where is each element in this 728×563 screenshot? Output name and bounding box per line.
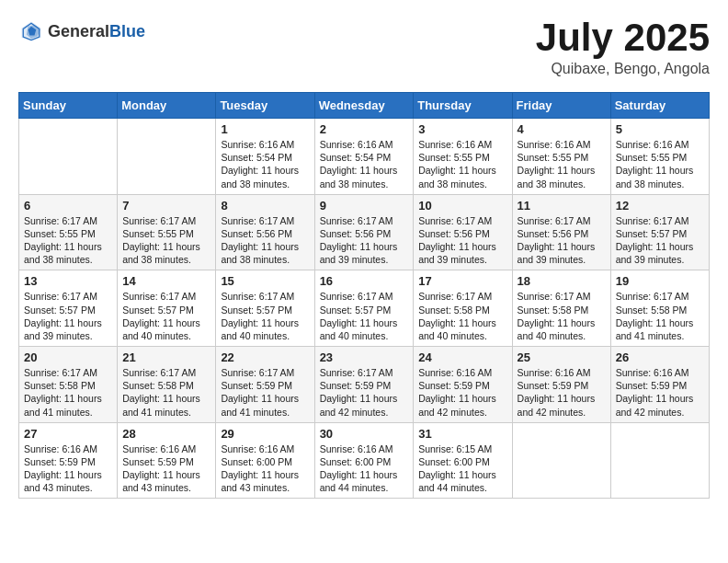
calendar-cell <box>19 119 118 195</box>
calendar-cell: 14Sunrise: 6:17 AM Sunset: 5:57 PM Dayli… <box>118 270 216 347</box>
calendar-table: SundayMondayTuesdayWednesdayThursdayFrid… <box>18 92 710 499</box>
day-number: 14 <box>122 274 210 288</box>
calendar-cell: 10Sunrise: 6:17 AM Sunset: 5:56 PM Dayli… <box>414 194 512 270</box>
cell-content: Sunrise: 6:17 AM Sunset: 5:57 PM Dayligh… <box>221 290 309 342</box>
cell-content: Sunrise: 6:16 AM Sunset: 5:55 PM Dayligh… <box>616 138 704 190</box>
calendar-week-row: 1Sunrise: 6:16 AM Sunset: 5:54 PM Daylig… <box>19 119 710 195</box>
day-number: 22 <box>221 350 309 364</box>
cell-content: Sunrise: 6:15 AM Sunset: 6:00 PM Dayligh… <box>418 442 506 495</box>
cell-content: Sunrise: 6:17 AM Sunset: 5:56 PM Dayligh… <box>221 214 309 267</box>
calendar-cell: 21Sunrise: 6:17 AM Sunset: 5:58 PM Dayli… <box>118 347 216 423</box>
weekday-header-sunday: Sunday <box>19 93 118 119</box>
calendar-cell: 1Sunrise: 6:16 AM Sunset: 5:54 PM Daylig… <box>216 119 314 195</box>
day-number: 11 <box>518 199 606 213</box>
day-number: 3 <box>418 122 506 136</box>
calendar-week-row: 20Sunrise: 6:17 AM Sunset: 5:58 PM Dayli… <box>19 347 710 423</box>
cell-content: Sunrise: 6:16 AM Sunset: 5:59 PM Dayligh… <box>24 442 112 495</box>
cell-content: Sunrise: 6:17 AM Sunset: 5:56 PM Dayligh… <box>518 214 606 267</box>
month-title: July 2025 <box>536 18 710 57</box>
calendar-cell: 30Sunrise: 6:16 AM Sunset: 6:00 PM Dayli… <box>314 422 414 499</box>
day-number: 31 <box>418 427 506 441</box>
calendar-cell: 31Sunrise: 6:15 AM Sunset: 6:00 PM Dayli… <box>414 422 512 499</box>
day-number: 29 <box>221 427 309 441</box>
day-number: 18 <box>518 274 606 288</box>
cell-content: Sunrise: 6:17 AM Sunset: 5:57 PM Dayligh… <box>122 290 210 342</box>
calendar-week-row: 13Sunrise: 6:17 AM Sunset: 5:57 PM Dayli… <box>19 270 710 347</box>
weekday-header-monday: Monday <box>118 93 216 119</box>
day-number: 16 <box>320 274 409 288</box>
day-number: 17 <box>418 274 506 288</box>
calendar-cell: 25Sunrise: 6:16 AM Sunset: 5:59 PM Dayli… <box>512 347 610 423</box>
cell-content: Sunrise: 6:17 AM Sunset: 5:59 PM Dayligh… <box>320 366 409 419</box>
calendar-week-row: 6Sunrise: 6:17 AM Sunset: 5:55 PM Daylig… <box>19 194 710 270</box>
calendar-cell: 7Sunrise: 6:17 AM Sunset: 5:55 PM Daylig… <box>118 194 216 270</box>
cell-content: Sunrise: 6:16 AM Sunset: 6:00 PM Dayligh… <box>320 442 409 495</box>
calendar-cell: 28Sunrise: 6:16 AM Sunset: 5:59 PM Dayli… <box>118 422 216 499</box>
calendar-cell <box>118 119 216 195</box>
cell-content: Sunrise: 6:16 AM Sunset: 5:55 PM Dayligh… <box>518 138 606 190</box>
day-number: 10 <box>418 199 506 213</box>
logo-general: General <box>48 22 109 40</box>
cell-content: Sunrise: 6:17 AM Sunset: 5:58 PM Dayligh… <box>616 290 704 342</box>
day-number: 9 <box>320 199 409 213</box>
calendar-cell: 8Sunrise: 6:17 AM Sunset: 5:56 PM Daylig… <box>216 194 314 270</box>
cell-content: Sunrise: 6:17 AM Sunset: 5:59 PM Dayligh… <box>221 366 309 419</box>
day-number: 7 <box>122 199 210 213</box>
calendar-cell: 9Sunrise: 6:17 AM Sunset: 5:56 PM Daylig… <box>314 194 414 270</box>
calendar-cell: 29Sunrise: 6:16 AM Sunset: 6:00 PM Dayli… <box>216 422 314 499</box>
weekday-header-saturday: Saturday <box>610 93 709 119</box>
location-title: Quibaxe, Bengo, Angola <box>536 61 710 77</box>
cell-content: Sunrise: 6:16 AM Sunset: 5:59 PM Dayligh… <box>616 366 704 419</box>
calendar-cell: 16Sunrise: 6:17 AM Sunset: 5:57 PM Dayli… <box>314 270 414 347</box>
day-number: 1 <box>221 122 309 136</box>
day-number: 30 <box>320 427 409 441</box>
calendar-cell: 13Sunrise: 6:17 AM Sunset: 5:57 PM Dayli… <box>19 270 118 347</box>
calendar-cell: 20Sunrise: 6:17 AM Sunset: 5:58 PM Dayli… <box>19 347 118 423</box>
day-number: 13 <box>24 274 112 288</box>
day-number: 26 <box>616 350 704 364</box>
weekday-header-wednesday: Wednesday <box>314 93 414 119</box>
cell-content: Sunrise: 6:17 AM Sunset: 5:58 PM Dayligh… <box>518 290 606 342</box>
calendar-cell: 5Sunrise: 6:16 AM Sunset: 5:55 PM Daylig… <box>610 119 709 195</box>
calendar-cell <box>610 422 709 499</box>
cell-content: Sunrise: 6:17 AM Sunset: 5:58 PM Dayligh… <box>418 290 506 342</box>
calendar-cell: 11Sunrise: 6:17 AM Sunset: 5:56 PM Dayli… <box>512 194 610 270</box>
day-number: 27 <box>24 427 112 441</box>
calendar-cell: 17Sunrise: 6:17 AM Sunset: 5:58 PM Dayli… <box>414 270 512 347</box>
weekday-header-row: SundayMondayTuesdayWednesdayThursdayFrid… <box>19 93 710 119</box>
weekday-header-thursday: Thursday <box>414 93 512 119</box>
cell-content: Sunrise: 6:16 AM Sunset: 6:00 PM Dayligh… <box>221 442 309 495</box>
cell-content: Sunrise: 6:17 AM Sunset: 5:56 PM Dayligh… <box>320 214 409 267</box>
cell-content: Sunrise: 6:16 AM Sunset: 5:59 PM Dayligh… <box>122 442 210 495</box>
cell-content: Sunrise: 6:16 AM Sunset: 5:59 PM Dayligh… <box>418 366 506 419</box>
day-number: 5 <box>616 122 704 136</box>
day-number: 25 <box>518 350 606 364</box>
day-number: 12 <box>616 199 704 213</box>
day-number: 19 <box>616 274 704 288</box>
cell-content: Sunrise: 6:17 AM Sunset: 5:55 PM Dayligh… <box>122 214 210 267</box>
cell-content: Sunrise: 6:17 AM Sunset: 5:55 PM Dayligh… <box>24 214 112 267</box>
calendar-cell: 24Sunrise: 6:16 AM Sunset: 5:59 PM Dayli… <box>414 347 512 423</box>
cell-content: Sunrise: 6:16 AM Sunset: 5:55 PM Dayligh… <box>418 138 506 190</box>
calendar-cell: 3Sunrise: 6:16 AM Sunset: 5:55 PM Daylig… <box>414 119 512 195</box>
calendar-cell: 18Sunrise: 6:17 AM Sunset: 5:58 PM Dayli… <box>512 270 610 347</box>
cell-content: Sunrise: 6:16 AM Sunset: 5:54 PM Dayligh… <box>221 138 309 190</box>
cell-content: Sunrise: 6:17 AM Sunset: 5:58 PM Dayligh… <box>24 366 112 419</box>
logo-blue: Blue <box>109 22 145 40</box>
calendar-cell: 12Sunrise: 6:17 AM Sunset: 5:57 PM Dayli… <box>610 194 709 270</box>
day-number: 4 <box>518 122 606 136</box>
calendar-cell: 26Sunrise: 6:16 AM Sunset: 5:59 PM Dayli… <box>610 347 709 423</box>
calendar-cell: 15Sunrise: 6:17 AM Sunset: 5:57 PM Dayli… <box>216 270 314 347</box>
day-number: 24 <box>418 350 506 364</box>
calendar-cell: 6Sunrise: 6:17 AM Sunset: 5:55 PM Daylig… <box>19 194 118 270</box>
day-number: 2 <box>320 122 409 136</box>
logo: GeneralBlue <box>18 18 145 44</box>
logo-icon <box>18 18 44 44</box>
day-number: 21 <box>122 350 210 364</box>
calendar-cell: 27Sunrise: 6:16 AM Sunset: 5:59 PM Dayli… <box>19 422 118 499</box>
calendar-cell: 2Sunrise: 6:16 AM Sunset: 5:54 PM Daylig… <box>314 119 414 195</box>
calendar-cell: 23Sunrise: 6:17 AM Sunset: 5:59 PM Dayli… <box>314 347 414 423</box>
cell-content: Sunrise: 6:16 AM Sunset: 5:59 PM Dayligh… <box>518 366 606 419</box>
day-number: 6 <box>24 199 112 213</box>
cell-content: Sunrise: 6:17 AM Sunset: 5:57 PM Dayligh… <box>320 290 409 342</box>
